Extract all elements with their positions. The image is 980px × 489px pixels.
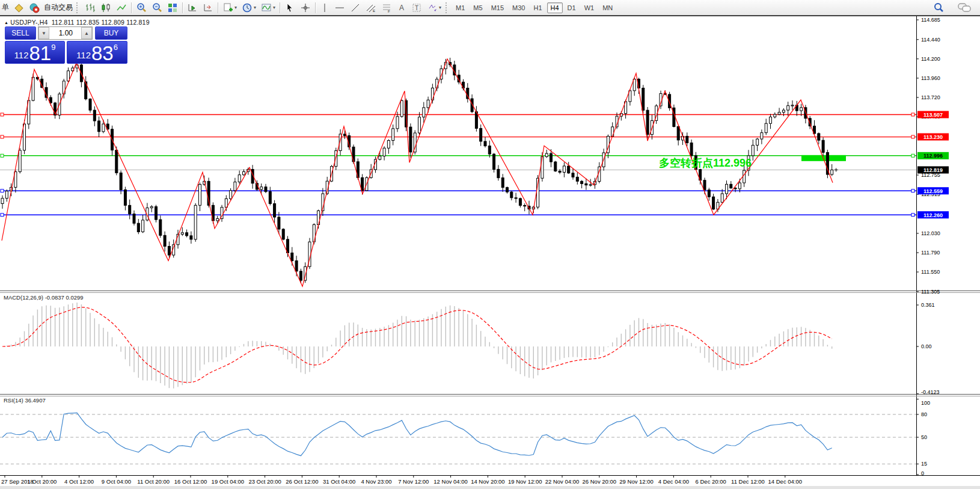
candlestick-chart-icon[interactable] [99, 1, 113, 14]
tile-windows-icon[interactable] [165, 1, 180, 14]
time-label: 4 Oct 12:00 [64, 478, 94, 485]
volume-increase-button[interactable]: ▲ [81, 27, 92, 39]
volume-decrease-button[interactable]: ▼ [38, 27, 49, 39]
time-label: 4 Nov 23:00 [361, 478, 391, 485]
timeframe-H1[interactable]: H1 [530, 2, 545, 13]
current-price-badge-text: 112.819 [923, 167, 943, 173]
volume-spinner: ▼ 1.00 ▲ [38, 26, 93, 40]
label-icon[interactable]: T [409, 1, 424, 14]
sell-price-prefix: 112 [14, 51, 29, 60]
time-label: 19 Nov 12:00 [508, 478, 542, 485]
autotrade-icon[interactable] [27, 1, 41, 14]
time-label: 6 Dec 20:00 [696, 478, 726, 485]
time-label: 31 Oct 04:00 [323, 478, 355, 485]
text-icon[interactable]: A [395, 1, 408, 14]
crosshair-icon[interactable] [298, 1, 313, 14]
toolbar-grip[interactable] [76, 2, 81, 13]
timeframe-D1[interactable]: D1 [564, 2, 580, 13]
time-label: 29 Nov 12:00 [619, 478, 654, 485]
price-badge-113.230-text: 113.230 [923, 134, 943, 140]
buy-button[interactable]: BUY [95, 26, 127, 40]
chat-icon[interactable] [955, 1, 973, 14]
trendline-icon[interactable] [348, 1, 363, 14]
time-label: 14 Nov 20:00 [471, 478, 505, 485]
svg-text:E: E [373, 9, 375, 13]
macd-indicator-label: MACD(12,26,9) -0.0837 0.0299 [4, 294, 84, 301]
timeframe-M30[interactable]: M30 [509, 2, 528, 13]
price-badge-112.260-text: 112.260 [923, 212, 943, 218]
svg-text:A: A [399, 4, 404, 12]
time-label: 16 Oct 12:00 [174, 478, 207, 485]
collapse-triangle-icon[interactable]: ▲ [4, 20, 8, 25]
buy-price-box[interactable]: 112 83 6 [67, 41, 127, 64]
toolbar-grip2[interactable] [446, 2, 450, 13]
timeframe-MN[interactable]: MN [599, 2, 616, 13]
time-label: 12 Nov 04:00 [433, 478, 468, 485]
toolbar: 单 自动交易 [0, 0, 980, 16]
timeframe-H4[interactable]: H4 [547, 2, 563, 13]
time-label: 9 Oct 04:00 [102, 478, 131, 485]
time-label: 26 Oct 12:00 [286, 478, 318, 485]
price-tick: 114.685 [921, 17, 940, 23]
hline-handle [911, 154, 914, 157]
chart-canvas[interactable]: 114.685114.440114.200113.960113.720113.4… [0, 0, 980, 489]
new-order-label[interactable]: 单 [0, 2, 11, 13]
timeframe-bar: M1M5M15M30H1H4D1W1MN [452, 4, 617, 11]
price-tick: 114.440 [921, 37, 940, 43]
price-badge-112.996-text: 112.996 [923, 153, 943, 159]
zoom-out-icon[interactable] [150, 1, 164, 14]
horizontal-line-icon[interactable] [332, 1, 347, 14]
macd-tick: 0.00 [921, 343, 932, 349]
price-tick: 113.960 [921, 75, 940, 81]
sell-price-box[interactable]: 112 81 9 [5, 41, 65, 64]
search-icon[interactable] [931, 1, 946, 14]
hline-handle [1, 113, 4, 116]
arrows-icon[interactable]: ▾ [425, 1, 443, 14]
vertical-line-icon[interactable] [318, 1, 331, 14]
line-chart-icon[interactable] [114, 1, 129, 14]
timeframe-M1[interactable]: M1 [452, 2, 468, 13]
rsi-tick: 100 [921, 400, 930, 406]
hline-handle [911, 135, 914, 138]
sell-price-big: 81 [29, 45, 51, 62]
autotrade-label[interactable]: 自动交易 [42, 2, 75, 13]
time-label: 19 Oct 04:00 [212, 478, 244, 485]
timeframe-W1[interactable]: W1 [581, 2, 598, 13]
mt4-window: 单 自动交易 [0, 0, 980, 489]
indicators-icon[interactable]: ▾ [259, 1, 277, 14]
period-clock-icon[interactable]: ▾ [240, 1, 258, 14]
symbol-period: USDJPY-,H4 [10, 19, 47, 26]
volume-input[interactable]: 1.00 [49, 27, 81, 39]
time-label: 23 Oct 20:00 [248, 478, 281, 485]
ohlc-values: 112.811 112.835 112.809 112.819 [52, 19, 150, 26]
order-book-icon[interactable] [11, 1, 26, 14]
channel-icon[interactable]: E [364, 1, 378, 14]
new-order-icon[interactable]: ▾ [221, 1, 239, 14]
timeframe-M5[interactable]: M5 [470, 2, 486, 13]
hline-handle [911, 214, 914, 217]
time-label: 7 Nov 12:00 [398, 478, 429, 485]
chart-title: ▲ USDJPY-,H4 112.811 112.835 112.809 112… [4, 19, 150, 26]
svg-text:T: T [415, 5, 418, 11]
hline-handle [911, 113, 914, 116]
chart-shift-icon[interactable] [201, 1, 215, 14]
hline-handle [1, 189, 4, 192]
time-label: 14 Dec 04:00 [768, 478, 803, 485]
pivot-annotation-text[interactable]: 多空转折点112.996 [659, 156, 752, 170]
sell-button[interactable]: SELL [5, 26, 36, 40]
auto-scroll-icon[interactable] [185, 1, 200, 14]
buy-price-big: 83 [91, 45, 114, 62]
hline-handle [1, 154, 4, 157]
macd-tick: -0.4123 [921, 389, 940, 395]
cursor-icon[interactable] [283, 1, 297, 14]
bar-chart-icon[interactable] [83, 1, 97, 14]
price-badge-113.507-text: 113.507 [923, 112, 943, 118]
rsi-tick: 0 [921, 470, 924, 476]
macd-tick: 0.361 [921, 302, 935, 308]
price-badge-112.559-text: 112.559 [923, 188, 943, 194]
zoom-in-icon[interactable] [134, 1, 149, 14]
rsi-tick: 50 [921, 434, 927, 440]
fibonacci-icon[interactable]: F [379, 1, 394, 14]
price-tick: 111.790 [921, 250, 940, 256]
timeframe-M15[interactable]: M15 [488, 2, 507, 13]
